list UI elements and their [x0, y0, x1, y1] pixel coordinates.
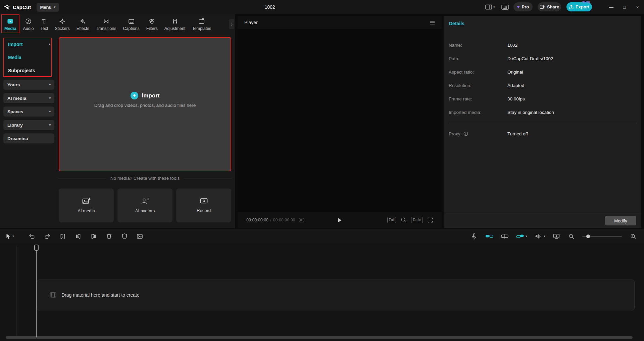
text-icon: [41, 18, 48, 25]
timecode: 00:00:00:00 / 00:00:00:00: [246, 218, 295, 222]
tab-effects[interactable]: Effects: [75, 15, 91, 34]
select-tool-button[interactable]: ▾: [5, 233, 14, 240]
shortcuts-button[interactable]: [501, 0, 509, 14]
ratio-button[interactable]: Ratio: [411, 217, 423, 223]
split-button[interactable]: [59, 233, 66, 239]
tools-caption: No media? Create with these tools: [110, 176, 180, 181]
ai-avatars-icon: [141, 198, 149, 205]
split-icon: [59, 233, 66, 239]
slider-thumb[interactable]: [586, 235, 590, 238]
auto-ripple-toggle[interactable]: [501, 233, 509, 239]
import-group: Import ▴ Media Subprojects: [3, 38, 54, 77]
playhead-handle[interactable]: [34, 245, 39, 251]
asset-tabbar: Media Audio Text Stickers Effects Tr: [0, 14, 235, 34]
tab-adjustment[interactable]: Adjustment: [163, 15, 187, 34]
zoom-in-button[interactable]: [629, 233, 637, 239]
menu-button[interactable]: Menu ▾: [37, 3, 59, 12]
export-frame-icon: [137, 233, 143, 239]
record-icon: [200, 198, 208, 204]
chevron-down-icon: ▾: [54, 6, 55, 9]
redo-button[interactable]: [44, 233, 51, 239]
main-track-magnet-icon: [485, 233, 493, 239]
close-button[interactable]: ×: [631, 0, 644, 14]
tab-label: Filters: [146, 26, 158, 31]
sidebar-item-dreamina[interactable]: Dreamina: [3, 133, 54, 143]
maximize-button[interactable]: □: [618, 0, 631, 14]
tab-text[interactable]: Text: [39, 15, 50, 34]
tab-transitions[interactable]: Transitions: [94, 15, 118, 34]
minimize-button[interactable]: —: [605, 0, 618, 14]
delete-button[interactable]: [105, 233, 113, 239]
transitions-icon: [103, 18, 110, 25]
import-dropzone[interactable]: + Import Drag and drop videos, photos, a…: [59, 37, 231, 171]
menu-label: Menu: [40, 5, 52, 10]
modify-button[interactable]: Modify: [605, 216, 636, 225]
zoom-level-icon[interactable]: [401, 217, 406, 223]
main-track-magnet-toggle[interactable]: [485, 233, 493, 239]
delete-left-button[interactable]: [75, 233, 82, 239]
track-placeholder[interactable]: Drag material here and start to create: [37, 280, 635, 310]
link-clips-toggle[interactable]: ▾: [516, 233, 527, 239]
chevron-down-icon: ▾: [526, 235, 527, 238]
voiceover-button[interactable]: [470, 233, 478, 240]
share-button[interactable]: Share: [538, 2, 561, 11]
tab-templates[interactable]: Templates: [190, 15, 213, 34]
preview-axis-icon: [534, 233, 542, 239]
creation-tools: AI media AI avatars Record: [59, 188, 231, 222]
import-label: Import: [8, 42, 23, 47]
ai-avatars-card[interactable]: AI avatars: [117, 188, 172, 222]
timeline-zoom-slider[interactable]: [582, 236, 622, 237]
media-browser-panel: Media Audio Text Stickers Effects Tr: [0, 14, 235, 228]
chevron-down-icon: ▾: [544, 235, 545, 238]
delete-right-icon: [90, 233, 97, 239]
details-footer: Modify: [444, 213, 641, 228]
preview-quality-icon[interactable]: [299, 218, 304, 222]
mask-button[interactable]: [121, 233, 128, 239]
export-frame-button[interactable]: [136, 233, 144, 239]
fullscreen-icon[interactable]: [428, 217, 433, 223]
tabbar-expand-button[interactable]: ›: [229, 19, 234, 29]
full-screen-quality-button[interactable]: Full: [387, 217, 396, 223]
tab-audio[interactable]: Audio: [21, 15, 35, 34]
templates-icon: [198, 18, 205, 25]
play-button[interactable]: [337, 217, 342, 223]
microphone-icon: [472, 233, 477, 240]
undo-button[interactable]: [28, 233, 36, 239]
captions-icon: [128, 18, 135, 25]
sidebar-item-media[interactable]: Media: [3, 51, 54, 64]
player-viewport: [238, 29, 442, 212]
card-label: Record: [197, 208, 211, 213]
sidebar-item-ai-media[interactable]: AI media ▾: [3, 93, 54, 103]
sidebar-item-subprojects[interactable]: Subprojects: [3, 64, 54, 77]
tab-stickers[interactable]: Stickers: [53, 15, 71, 34]
layout-picker-button[interactable]: ▾: [485, 0, 495, 14]
sidebar-item-spaces[interactable]: Spaces ▾: [3, 106, 54, 117]
media-label: Media: [8, 55, 21, 60]
zoom-in-icon: [630, 233, 636, 239]
zoom-out-button[interactable]: [567, 233, 575, 239]
export-pro-badge: ♥ Pro: [582, 0, 590, 4]
pro-button[interactable]: ♥ Pro: [513, 2, 533, 11]
tab-captions[interactable]: Captions: [121, 15, 141, 34]
detail-row-resolution: Resolution: Adapted: [444, 79, 641, 92]
tab-label: Adjustment: [164, 26, 186, 31]
zoom-out-icon: [568, 233, 574, 239]
undo-icon: [29, 233, 35, 239]
record-card[interactable]: Record: [176, 188, 231, 222]
sidebar-item-import[interactable]: Import ▴: [3, 38, 54, 51]
tools-divider: No media? Create with these tools: [59, 176, 231, 181]
chevron-down-icon: ▾: [49, 83, 51, 86]
timeline-scrollbar[interactable]: [6, 336, 633, 339]
info-icon[interactable]: [463, 131, 468, 136]
player-menu-icon[interactable]: [430, 21, 435, 25]
tab-filters[interactable]: Filters: [145, 15, 159, 34]
capcut-window: CapCut Menu ▾ 1002 ▾ ♥ Pro Share Export: [0, 0, 644, 341]
ai-media-card[interactable]: AI media: [59, 188, 114, 222]
preview-axis-toggle[interactable]: ▾: [534, 233, 545, 239]
tab-media[interactable]: Media: [3, 15, 18, 34]
timeline-area[interactable]: Drag material here and start to create: [0, 243, 644, 341]
sidebar-item-library[interactable]: Library ▾: [3, 120, 54, 130]
screen-cast-button[interactable]: [553, 233, 560, 239]
delete-right-button[interactable]: [90, 233, 97, 239]
sidebar-item-yours[interactable]: Yours ▾: [3, 80, 54, 90]
